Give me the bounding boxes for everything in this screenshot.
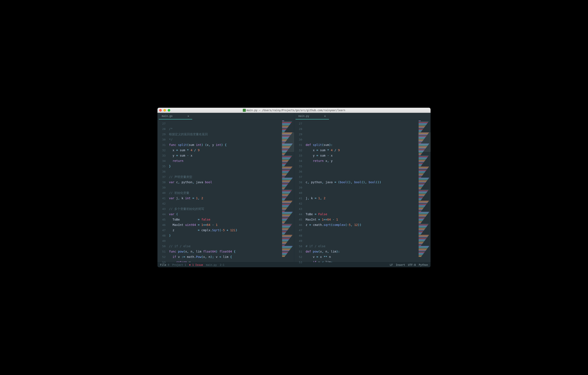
status-cursor[interactable]: 2:1 xyxy=(220,263,224,266)
editor-area[interactable]: 2728293031323334353637383940414243444546… xyxy=(294,120,431,262)
status-issues[interactable]: ✖ 1 Issue xyxy=(189,263,203,266)
file-tab[interactable]: main.py× xyxy=(295,113,329,119)
right-pane: main.py×27282930313233343536373839404142… xyxy=(294,113,431,262)
status-insert-mode[interactable]: Insert xyxy=(396,263,405,266)
maximize-window-button[interactable] xyxy=(168,109,170,112)
status-path[interactable]: main.py xyxy=(206,263,217,266)
tab-bar: main.py× xyxy=(294,113,431,120)
error-icon: ✖ xyxy=(189,263,190,266)
status-project-count: 1 xyxy=(185,263,186,266)
tab-label: main.go xyxy=(162,115,173,117)
titlebar[interactable]: main.py — /Users/rainy/Projects/go/src/g… xyxy=(158,108,430,113)
status-line-ending[interactable]: LF xyxy=(390,263,393,266)
window-title: main.py — /Users/rainy/Projects/go/src/g… xyxy=(158,109,430,112)
code-content[interactable]: /*根据定义的返回值变量名返回*/func split(sum int) (x,… xyxy=(168,120,282,262)
tab-label: main.py xyxy=(298,115,309,117)
split-panes: main.go×27282930313233343536373839404142… xyxy=(158,113,430,262)
status-project-label: Project xyxy=(172,263,183,266)
minimap[interactable] xyxy=(282,120,294,262)
tab-bar: main.go× xyxy=(158,113,294,120)
file-tab[interactable]: main.go× xyxy=(159,113,192,119)
status-file-count: 0 xyxy=(168,263,169,266)
editor-area[interactable]: 2728293031323334353637383940414243444546… xyxy=(158,120,294,262)
status-project[interactable]: Project 1 xyxy=(172,263,186,266)
close-tab-icon[interactable]: × xyxy=(324,114,326,118)
python-file-icon xyxy=(243,109,246,112)
minimap[interactable] xyxy=(418,120,430,262)
left-pane: main.go×27282930313233343536373839404142… xyxy=(158,113,294,262)
minimize-window-button[interactable] xyxy=(163,109,166,112)
line-number-gutter[interactable]: 2728293031323334353637383940414243444546… xyxy=(294,120,304,262)
status-issue-text: 1 Issue xyxy=(192,263,203,266)
traffic-lights xyxy=(159,109,170,112)
window-title-text: main.py — /Users/rainy/Projects/go/src/g… xyxy=(247,109,345,112)
minimap-viewport[interactable] xyxy=(282,133,294,152)
close-window-button[interactable] xyxy=(159,109,162,112)
code-content[interactable]: def split(sum): x = sum * 4 / 9 y = sum … xyxy=(304,120,418,262)
line-number-gutter[interactable]: 2728293031323334353637383940414243444546… xyxy=(158,120,168,262)
editor-window: main.py — /Users/rainy/Projects/go/src/g… xyxy=(158,108,430,267)
minimap-viewport[interactable] xyxy=(418,133,430,152)
close-tab-icon[interactable]: × xyxy=(188,114,189,118)
status-encoding[interactable]: UTF-8 xyxy=(408,263,416,266)
status-language[interactable]: Python xyxy=(419,263,428,266)
